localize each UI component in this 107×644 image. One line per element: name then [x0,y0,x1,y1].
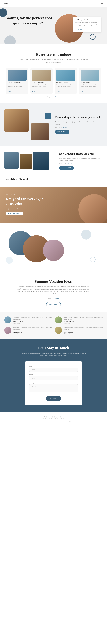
avatar-jass [4,316,12,324]
team-info-jass: Sample text. Click to select the text bo… [13,316,52,324]
travel-learn-more-button[interactable]: LEARN MORE [59,166,74,170]
team-member-paul: Sample text. Click to select the text bo… [55,327,103,334]
message-label: Message [29,382,78,384]
name-label: Name [29,366,78,367]
team-quote-clement: Sample text. Click to select the text bo… [64,316,103,320]
team-quote-paul: Sample text. Click to select the text bo… [64,327,103,330]
designed-content: WHAT WE DO Designed for every type of tr… [6,194,46,216]
designed-section: WHAT WE DO Designed for every type of tr… [0,187,107,222]
hero-card: Best Couples Vacations Click to edit or … [73,17,101,32]
footer-copy: Sample text. Click to select the text bo… [3,420,104,422]
avatar-clement [55,316,62,324]
travel-image-credit: Images from Unsplash [59,162,103,164]
navbar: logo ≡ [0,0,107,7]
connecting-unsplash[interactable]: Unsplash [62,126,67,128]
unique-section: Every travel is unique Lorem ipsum dolor… [0,44,107,104]
hero-card-link[interactable]: LEARN MORE [75,29,83,30]
travel-unsplash[interactable]: Unsplash [67,162,72,164]
card-hotel-more[interactable]: MORE [32,91,35,92]
card-beach-image [81,70,99,81]
designed-image-credit: Image from Unsplash [6,208,46,210]
contact-text: Plan a trip for the whole family—from fa… [21,352,86,357]
team-info-paul: Sample text. Click to select the text bo… [64,327,103,334]
youtube-icon[interactable]: y [54,415,58,419]
team-quote-jass: Sample text. Click to select the text bo… [13,316,52,320]
hero-title: Looking for the perfect spot go to as a … [4,16,52,26]
hero-bottom-deco [4,36,16,44]
connecting-deco-square [45,113,51,119]
submit-button[interactable]: TO SEND [46,396,61,401]
card-vacation-more[interactable]: MORE [56,91,60,92]
email-input[interactable] [29,376,78,380]
nav-menu-icon[interactable]: ≡ [101,2,103,5]
card-sport-more[interactable]: MORE [8,91,11,92]
linkedin-icon[interactable]: in [60,415,64,419]
summer-section: Summer Vacation Ideas The world is big a… [0,274,107,312]
circle-deco-2 [90,257,95,262]
summer-unsplash[interactable]: Unsplash [55,298,60,299]
card-sport-category: SPORT ACTIVITIES [8,82,27,84]
connecting-image-credit: Image from Unsplash [55,126,103,128]
connecting-image-2 [31,123,49,140]
avatar-paul [55,327,62,334]
contact-form: Name Email Message TO SEND [25,361,82,405]
team-section: Sample text. Click to select the text bo… [0,312,107,338]
connecting-text: Connecting with nature as you travel Pha… [55,116,103,134]
contact-section: Let's Stay In Touch Plan a trip for the … [0,338,107,412]
card-vacation-desc: Excepteur sint occaecat cupidatat non pr… [56,84,75,89]
travel-image-3 [33,152,49,170]
unique-unsplash-link[interactable]: Unsplash [55,96,60,98]
card-hotel-desc: Excepteur sint occaecat cupidatat non pr… [32,84,51,89]
card-beach: BEACH VIBES Excepteur sint occaecat cupi… [79,68,101,94]
team-role-paul: DESIGNER [64,333,103,334]
circles-section [0,222,107,274]
unique-title: Every travel is unique [6,52,101,57]
circle-image-3 [43,240,64,261]
card-hotel-category: LUXURY HOTELS [32,82,51,84]
avatar-nina [4,327,12,334]
circle-deco-3 [6,257,13,264]
name-input[interactable] [29,368,78,372]
summer-read-more-button[interactable]: READ MORE [46,302,61,306]
email-label: Email [29,374,78,376]
twitter-icon[interactable]: t [49,415,53,419]
name-field-wrap: Name [29,366,78,372]
hero-section: Looking for the perfect spot go to as a … [0,7,107,44]
connecting-image-1 [4,109,29,132]
team-name-paul: PAUL HUDSON, [64,331,103,333]
facebook-icon[interactable]: f [43,415,47,419]
unique-text: Lorem ipsum dolor sit amet, consectetur … [18,58,89,64]
travel-reset-section: How Traveling Resets the Brain Click to … [0,146,107,176]
team-quote-nina: Sample text. Click to select the text bo… [13,327,52,330]
travel-image-1 [4,152,19,169]
message-input[interactable] [29,384,78,392]
card-beach-desc: Excepteur sint occaecat cupidatat non pr… [81,84,99,89]
card-vacation: VACATION SPOTS Excepteur sint occaecat c… [55,68,77,94]
hero-outline-circle [90,34,95,40]
card-sport-image [8,70,27,81]
travel-images [4,152,56,170]
designed-title: Designed for every type of traveler [6,196,46,206]
footer: f t y in Sample text. Click to select th… [0,412,107,424]
team-info-clement: Sample text. Click to select the text bo… [64,316,103,324]
card-sport: SPORT ACTIVITIES Excepteur sint occaecat… [6,68,28,94]
card-vacation-image [56,70,75,81]
card-vacation-category: VACATION SPOTS [56,82,75,84]
benefits-title: Benefits of Travel [4,177,103,181]
connecting-title: Connecting with nature as you travel [55,116,103,119]
card-hotel-image [32,70,51,81]
connecting-section: Connecting with nature as you travel Pha… [0,104,107,146]
team-name-clement: CLEMENT, CTA [64,321,103,322]
message-field-wrap: Message [29,382,78,393]
explore-tours-button[interactable]: EXPLORE TOURS [6,212,23,216]
card-hotel: LUXURY HOTELS Excepteur sint occaecat cu… [30,68,53,94]
card-beach-more[interactable]: MORE [81,91,84,92]
designed-what-label: WHAT WE DO [6,194,46,195]
connecting-desc: Phasellus a scelerisque sed augue gravid… [55,121,103,125]
designed-unsplash[interactable]: Unsplash [13,208,18,210]
team-member-nina: Sample text. Click to select the text bo… [4,327,52,334]
connecting-learn-more-button[interactable]: LEARN MORE [55,130,69,134]
team-name-jass: JASS NORTON, [13,321,52,322]
team-member-clement: Sample text. Click to select the text bo… [55,316,103,324]
travel-reset-desc: Click to edit or select this text block.… [59,157,103,161]
